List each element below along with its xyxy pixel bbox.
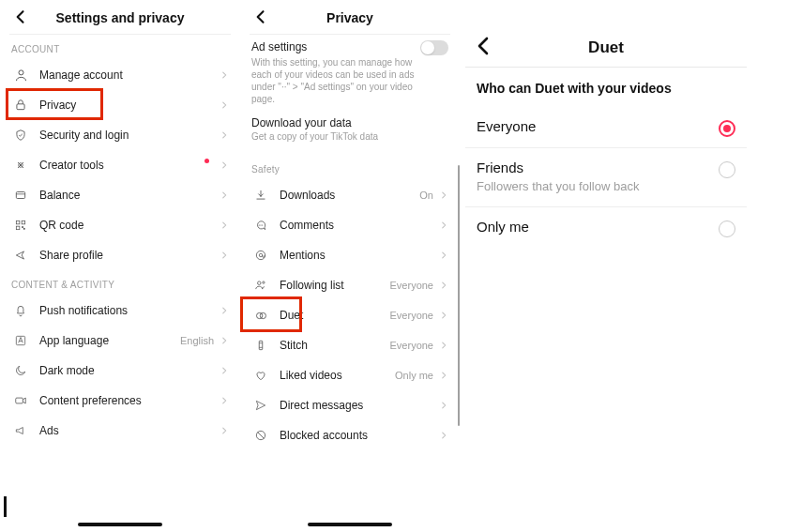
row-label: Mentions <box>270 249 437 262</box>
svg-point-11 <box>259 224 260 225</box>
chevron-right-icon <box>437 279 450 292</box>
row-mentions[interactable]: Mentions <box>240 240 460 270</box>
settings-panel: Settings and privacy ACCOUNT Manage acco… <box>0 0 240 532</box>
panel3-header: Duet <box>465 33 747 63</box>
row-label: Ads <box>30 424 218 437</box>
at-icon <box>251 246 270 265</box>
row-dark-mode[interactable]: Dark mode <box>0 356 240 386</box>
chevron-right-icon <box>218 189 231 202</box>
person-icon <box>11 66 30 84</box>
wallet-icon <box>11 186 30 205</box>
row-push[interactable]: Push notifications <box>0 296 240 326</box>
row-privacy[interactable]: Privacy <box>0 90 240 120</box>
row-value: Everyone <box>390 340 437 351</box>
option-sublabel: Followers that you follow back <box>477 179 735 193</box>
row-label: Content preferences <box>30 394 218 407</box>
svg-point-12 <box>260 224 261 225</box>
ad-settings-desc: With this setting, you can manage how ea… <box>251 56 448 105</box>
svg-rect-7 <box>22 226 23 228</box>
back-button[interactable] <box>250 6 272 28</box>
section-label-content: CONTENT & ACTIVITY <box>0 270 240 296</box>
row-content-pref[interactable]: Content preferences <box>0 386 240 416</box>
language-icon <box>11 331 30 350</box>
row-stitch[interactable]: Stitch Everyone <box>240 330 460 360</box>
row-language[interactable]: App language English <box>0 326 240 356</box>
row-duet[interactable]: Duet Everyone <box>240 300 460 330</box>
svg-rect-4 <box>16 220 20 224</box>
section-label-account: ACCOUNT <box>0 35 240 60</box>
option-only-me[interactable]: Only me <box>465 207 747 248</box>
svg-point-0 <box>19 69 23 74</box>
row-balance[interactable]: Balance <box>0 180 240 210</box>
svg-rect-3 <box>16 192 24 199</box>
chevron-left-icon <box>11 8 30 26</box>
svg-rect-1 <box>17 104 24 110</box>
svg-point-16 <box>258 281 262 285</box>
row-label: Downloads <box>270 189 419 202</box>
home-indicator <box>308 523 392 526</box>
ad-settings-toggle[interactable] <box>420 40 448 55</box>
row-label: Security and login <box>30 129 218 142</box>
row-dm[interactable]: Direct messages <box>240 390 460 420</box>
row-creator-tools[interactable]: Creator tools <box>0 150 240 180</box>
row-value: Everyone <box>390 310 437 321</box>
row-downloads[interactable]: Downloads On <box>240 180 460 210</box>
row-value: On <box>419 190 437 201</box>
notification-dot <box>205 159 209 163</box>
duet-question: Who can Duet with your videos <box>465 73 747 107</box>
row-security[interactable]: Security and login <box>0 120 240 150</box>
chevron-right-icon <box>218 249 231 262</box>
download-data-block[interactable]: Download your data Get a copy of your Ti… <box>240 107 460 147</box>
row-label: Blocked accounts <box>270 429 437 442</box>
chevron-left-icon <box>473 35 495 57</box>
option-everyone[interactable]: Everyone <box>465 107 747 148</box>
back-button[interactable] <box>9 6 32 28</box>
row-ads[interactable]: Ads <box>0 416 240 446</box>
chevron-right-icon <box>218 304 231 317</box>
download-title: Download your data <box>251 116 448 129</box>
chevron-right-icon <box>218 334 231 347</box>
people-icon <box>251 276 270 295</box>
page-title: Privacy <box>326 10 373 25</box>
divider <box>465 67 747 68</box>
video-icon <box>11 391 30 410</box>
chevron-right-icon <box>437 219 450 232</box>
page-title: Settings and privacy <box>56 10 185 25</box>
option-label: Only me <box>477 219 735 235</box>
row-label: Stitch <box>270 339 390 352</box>
text-caret <box>4 496 7 517</box>
chevron-right-icon <box>218 129 231 142</box>
row-share-profile[interactable]: Share profile <box>0 240 240 270</box>
svg-rect-20 <box>259 341 263 349</box>
bell-icon <box>11 301 30 320</box>
chevron-right-icon <box>437 249 450 262</box>
ad-settings-block[interactable]: Ad settings With this setting, you can m… <box>240 35 460 107</box>
back-button[interactable] <box>473 35 495 61</box>
duet-icon <box>251 306 270 325</box>
row-label: App language <box>30 334 180 347</box>
chevron-right-icon <box>218 99 231 112</box>
tools-icon <box>11 156 30 175</box>
row-manage-account[interactable]: Manage account <box>0 60 240 90</box>
svg-point-17 <box>263 281 265 283</box>
download-icon <box>251 186 270 205</box>
row-comments[interactable]: Comments <box>240 210 460 240</box>
chevron-right-icon <box>218 394 231 407</box>
chevron-right-icon <box>437 399 450 412</box>
svg-rect-8 <box>23 228 25 230</box>
row-liked[interactable]: Liked videos Only me <box>240 360 460 390</box>
row-following[interactable]: Following list Everyone <box>240 270 460 300</box>
row-label: Push notifications <box>30 304 218 317</box>
megaphone-icon <box>11 421 30 440</box>
row-qr[interactable]: QR code <box>0 210 240 240</box>
option-friends[interactable]: Friends Followers that you follow back <box>465 148 747 207</box>
page-title: Duet <box>588 38 624 57</box>
row-blocked[interactable]: Blocked accounts <box>240 420 460 450</box>
row-label: Liked videos <box>270 369 395 382</box>
chevron-right-icon <box>218 219 231 232</box>
scrollbar[interactable] <box>458 165 460 426</box>
shield-icon <box>11 126 30 144</box>
svg-point-13 <box>262 224 263 225</box>
panel2-header: Privacy <box>240 4 460 32</box>
row-label: QR code <box>30 219 218 232</box>
